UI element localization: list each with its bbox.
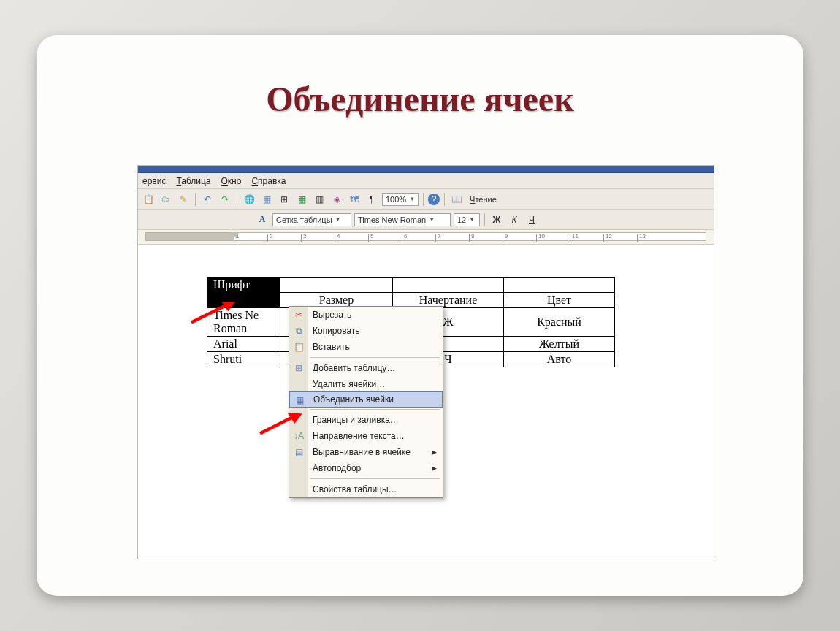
ctx-label: Копировать <box>313 326 360 336</box>
scissors-icon: ✂ <box>292 308 305 321</box>
insert-table-icon[interactable]: ⊞ <box>277 192 291 207</box>
ctx-label: Вставить <box>313 342 350 352</box>
ctx-label: Удалить ячейки… <box>313 379 385 389</box>
submenu-arrow-icon: ▶ <box>432 464 437 472</box>
ctx-label: Направление текста… <box>313 431 405 441</box>
separator <box>195 193 196 206</box>
help-icon[interactable]: ? <box>428 194 440 205</box>
svg-line-0 <box>191 305 227 323</box>
ruler-ticks <box>234 234 706 242</box>
formatting-toolbar: A Сетка таблицы ▼ Times New Roman ▼ 12 ▼… <box>138 210 714 230</box>
styles-icon[interactable]: A <box>255 213 270 227</box>
reading-label[interactable]: Чтение <box>467 195 500 204</box>
document-map-icon[interactable]: 🗺 <box>347 192 362 207</box>
separator <box>484 213 485 226</box>
insert-table-icon: ⊞ <box>292 362 305 375</box>
document-page: Шрифт Размер Начертание Цвет Times NeRom… <box>138 245 714 559</box>
horizontal-ruler[interactable] <box>138 230 714 245</box>
cell-alignment-icon: ▤ <box>292 445 305 459</box>
chevron-down-icon: ▼ <box>409 196 415 202</box>
ctx-copy[interactable]: ⧉ Копировать <box>289 323 443 339</box>
ctx-label: Объединить ячейки <box>313 394 394 405</box>
menu-bar: ервис ТТаблицааблица Окно Справка <box>138 173 714 189</box>
cell[interactable]: Красный <box>504 308 615 337</box>
chevron-down-icon: ▼ <box>469 216 475 223</box>
ctx-label: Свойства таблицы… <box>313 484 397 494</box>
table-row[interactable]: Шрифт <box>207 278 615 293</box>
ctx-table-properties[interactable]: Свойства таблицы… <box>289 481 443 497</box>
menu-window[interactable]: Окно <box>221 176 242 186</box>
context-menu-separator <box>310 478 440 479</box>
merge-cells-icon: ▦ <box>293 394 306 407</box>
word-titlebar <box>138 166 714 173</box>
tables-borders-icon[interactable]: ▦ <box>259 192 274 207</box>
paste-icon[interactable]: 📋 <box>141 192 156 207</box>
submenu-arrow-icon: ▶ <box>432 448 437 456</box>
ctx-label: Добавить таблицу… <box>313 363 395 373</box>
font-dropdown[interactable]: Times New Roman ▼ <box>354 213 451 226</box>
undo-icon[interactable]: ↶ <box>200 192 215 207</box>
word-screenshot: ервис ТТаблицааблица Окно Справка 📋 🗂 ✎ … <box>137 165 714 559</box>
style-dropdown[interactable]: Сетка таблицы ▼ <box>272 213 351 226</box>
cell[interactable] <box>280 278 393 293</box>
paste-icon: 📋 <box>292 340 305 353</box>
font-value: Times New Roman <box>358 215 426 224</box>
excel-icon[interactable]: ▦ <box>294 192 309 207</box>
reading-mode-icon[interactable]: 📖 <box>449 192 464 207</box>
ctx-paste[interactable]: 📋 Вставить <box>289 339 443 355</box>
separator <box>237 193 237 206</box>
ctx-merge-cells[interactable]: ▦ Объединить ячейки <box>289 391 443 408</box>
cell-selected[interactable]: Шрифт <box>207 278 280 293</box>
cell[interactable]: Shruti <box>207 352 280 367</box>
ctx-label: Границы и заливка… <box>313 415 399 425</box>
copy-icon: ⧉ <box>292 324 305 337</box>
ctx-label: Вырезать <box>313 310 351 320</box>
chevron-down-icon: ▼ <box>335 216 341 223</box>
ctx-cell-alignment[interactable]: ▤ Выравнивание в ячейке ▶ <box>289 444 443 460</box>
zoom-value: 100% <box>386 195 406 204</box>
chevron-down-icon: ▼ <box>429 216 435 223</box>
ctx-delete-cells[interactable]: Удалить ячейки… <box>289 376 443 392</box>
svg-line-2 <box>260 417 293 434</box>
format-painter-icon[interactable]: ✎ <box>176 192 191 207</box>
menu-service[interactable]: ервис <box>142 176 166 186</box>
cell[interactable]: Авто <box>504 352 615 367</box>
font-size-dropdown[interactable]: 12 ▼ <box>454 213 480 226</box>
context-menu: ✂ Вырезать ⧉ Копировать 📋 Вставить ⊞ Доб… <box>289 306 443 498</box>
bold-button[interactable]: Ж <box>489 213 504 227</box>
hyperlink-icon[interactable]: 🌐 <box>242 192 256 207</box>
menu-help[interactable]: Справка <box>251 176 286 186</box>
presentation-slide: Объединение ячеек ервис ТТаблицааблица О… <box>37 35 803 596</box>
zoom-dropdown[interactable]: 100% ▼ <box>382 193 419 206</box>
cell[interactable]: Желтый <box>504 337 615 352</box>
columns-icon[interactable]: ▥ <box>312 192 327 207</box>
context-menu-separator <box>310 409 440 410</box>
cell[interactable] <box>504 278 615 293</box>
context-menu-separator <box>310 357 440 358</box>
separator <box>423 193 424 206</box>
italic-button[interactable]: К <box>507 213 522 227</box>
redo-icon[interactable]: ↷ <box>218 192 232 207</box>
standard-toolbar: 📋 🗂 ✎ ↶ ↷ 🌐 ▦ ⊞ ▦ ▥ ◈ 🗺 ¶ 100% ▼ ? 📖 Чте… <box>138 189 714 210</box>
separator <box>444 193 445 206</box>
cell[interactable]: Цвет <box>504 293 615 308</box>
ctx-cut[interactable]: ✂ Вырезать <box>289 307 443 323</box>
ctx-label: Выравнивание в ячейке <box>313 447 411 457</box>
clipboard-icon[interactable]: 🗂 <box>159 192 173 207</box>
drawing-icon[interactable]: ◈ <box>329 192 344 207</box>
font-size-value: 12 <box>457 215 466 224</box>
ctx-label: Автоподбор <box>313 463 361 473</box>
ctx-insert-table[interactable]: ⊞ Добавить таблицу… <box>289 360 443 376</box>
cell[interactable]: Arial <box>207 337 280 352</box>
underline-button[interactable]: Ч <box>524 213 539 227</box>
red-arrow-annotation <box>249 413 315 435</box>
red-arrow-annotation <box>180 302 246 324</box>
cell[interactable] <box>393 278 504 293</box>
style-value: Сетка таблицы <box>276 215 332 224</box>
ctx-autofit[interactable]: Автоподбор ▶ <box>289 460 443 476</box>
slide-title: Объединение ячеек <box>37 79 803 119</box>
show-marks-icon[interactable]: ¶ <box>364 192 379 207</box>
menu-table[interactable]: ТТаблицааблица <box>176 176 210 186</box>
